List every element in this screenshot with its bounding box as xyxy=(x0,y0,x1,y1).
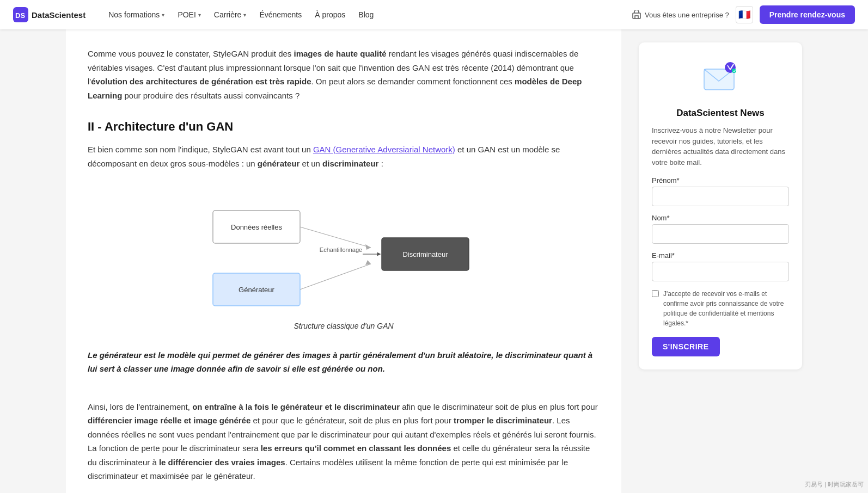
nom-group: Nom* xyxy=(652,214,789,244)
svg-text:DS: DS xyxy=(15,11,25,20)
consent-label: J'accepte de recevoir vos e-mails et con… xyxy=(663,289,789,328)
nav-blog-label: Blog xyxy=(358,10,374,19)
chevron-down-icon: ▾ xyxy=(243,12,246,18)
svg-text:Echantillonnage: Echantillonnage xyxy=(320,246,362,253)
enterprise-text: Vous êtes une entreprise ? xyxy=(645,11,729,19)
section-heading: II - Architecture d'un GAN xyxy=(88,120,600,134)
navbar-right: Vous êtes une entreprise ? 🇫🇷 Prendre re… xyxy=(632,5,855,24)
newsletter-card: DataScientest News Inscrivez-vous à notr… xyxy=(639,42,802,369)
svg-line-11 xyxy=(300,264,371,289)
svg-text:Générateur: Générateur xyxy=(239,286,274,294)
gan-link[interactable]: GAN (Generative Adversiarial Network) xyxy=(313,145,455,154)
intro-paragraph: Comme vous pouvez le constater, StyleGAN… xyxy=(88,47,600,102)
nav-nos-formations-label: Nos formations xyxy=(108,10,160,19)
logo-text: DataScientest xyxy=(32,10,85,20)
logo[interactable]: DS DataScientest xyxy=(13,7,85,22)
section-paragraph: Et bien comme son nom l'indique, StyleGA… xyxy=(88,143,600,170)
building-icon xyxy=(632,10,641,20)
nav-apropos[interactable]: À propos xyxy=(309,7,351,22)
callout-block: Le générateur est le modèle qui permet d… xyxy=(88,346,600,387)
submit-button[interactable]: S'INSCRIRE xyxy=(652,337,720,356)
nav-nos-formations[interactable]: Nos formations ▾ xyxy=(103,7,170,22)
language-selector[interactable]: 🇫🇷 xyxy=(736,6,753,23)
nav-menu: Nos formations ▾ POEI ▾ Carrière ▾ Événe… xyxy=(103,7,632,22)
email-input[interactable] xyxy=(652,262,789,281)
cta-button[interactable]: Prendre rendez-vous xyxy=(760,5,855,24)
newsletter-illustration xyxy=(699,56,742,99)
consent-checkbox[interactable] xyxy=(652,290,659,297)
email-group: E-mail* xyxy=(652,251,789,281)
email-label: E-mail* xyxy=(652,251,789,260)
article-content: Comme vous pouvez le constater, StyleGAN… xyxy=(66,29,621,493)
diagram-caption: Structure classique d'un GAN xyxy=(202,320,485,333)
chevron-down-icon: ▾ xyxy=(198,12,201,18)
prenom-input[interactable] xyxy=(652,187,789,206)
chevron-down-icon: ▾ xyxy=(162,12,164,18)
prenom-group: Prénom* xyxy=(652,176,789,206)
sidebar: DataScientest News Inscrivez-vous à notr… xyxy=(639,29,802,493)
nav-poei-label: POEI xyxy=(178,10,195,19)
sidebar-title: DataScientest News xyxy=(652,108,789,119)
nav-evenements-label: Événements xyxy=(259,10,302,19)
nav-poei[interactable]: POEI ▾ xyxy=(172,7,206,22)
sidebar-description: Inscrivez-vous à notre Newsletter pour r… xyxy=(652,125,789,168)
enterprise-link[interactable]: Vous êtes une entreprise ? xyxy=(632,10,729,20)
body-paragraph: Ainsi, lors de l'entrainement, on entraî… xyxy=(88,400,600,483)
gan-diagram-svg: Données réelles Générateur Discriminateu… xyxy=(202,183,485,314)
nom-input[interactable] xyxy=(652,224,789,244)
svg-text:Données réelles: Données réelles xyxy=(231,223,282,231)
svg-line-9 xyxy=(300,227,371,248)
svg-point-19 xyxy=(732,69,736,73)
prenom-label: Prénom* xyxy=(652,176,789,184)
nav-apropos-label: À propos xyxy=(315,10,345,19)
nav-carriere-label: Carrière xyxy=(214,10,242,19)
consent-group: J'accepte de recevoir vos e-mails et con… xyxy=(652,289,789,328)
nav-blog[interactable]: Blog xyxy=(353,7,379,22)
callout-text: Le générateur est le modèle qui permet d… xyxy=(88,348,600,376)
gan-diagram: Données réelles Générateur Discriminateu… xyxy=(202,183,485,333)
nav-evenements[interactable]: Événements xyxy=(254,7,307,22)
page-wrapper: Comme vous pouvez le constater, StyleGAN… xyxy=(53,29,815,493)
navbar: DS DataScientest Nos formations ▾ POEI ▾… xyxy=(0,0,868,29)
nom-label: Nom* xyxy=(652,214,789,222)
nav-carriere[interactable]: Carrière ▾ xyxy=(209,7,252,22)
svg-text:Discriminateur: Discriminateur xyxy=(402,250,448,258)
logo-icon: DS xyxy=(13,7,28,22)
